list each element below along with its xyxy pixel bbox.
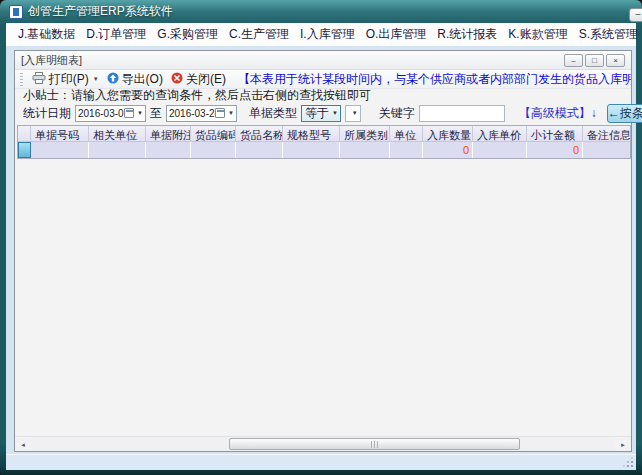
table-header-row: 单据号码 相关单位 单据附注 货品编码 货品名称 规格型号 所属类别 单位 入库… bbox=[18, 126, 630, 142]
keyword-label: 关键字 bbox=[379, 105, 415, 122]
header-related-unit[interactable]: 相关单位 bbox=[89, 126, 146, 141]
filter-bar: 统计日期 ▼ 至 ▼ 单据类型 等于 ▼ bbox=[15, 102, 631, 124]
close-view-button[interactable]: 关闭(E) bbox=[167, 71, 230, 88]
export-icon bbox=[107, 72, 119, 87]
header-doc-note[interactable]: 单据附注 bbox=[146, 126, 191, 141]
menu-item-system[interactable]: S.系统管理 bbox=[579, 26, 638, 43]
search-button[interactable]: ←按条件查找(S) bbox=[607, 104, 642, 123]
header-item-code[interactable]: 货品编码 bbox=[191, 126, 236, 141]
dropdown-arrow-icon: ▼ bbox=[332, 110, 338, 116]
cell-unit bbox=[390, 142, 423, 158]
doc-type-operator-value: 等于 bbox=[305, 105, 329, 122]
minimize-button[interactable]: – bbox=[629, 8, 642, 22]
cell-item-code bbox=[191, 142, 236, 158]
menu-item-outbound[interactable]: O.出库管理 bbox=[366, 26, 427, 43]
header-selector bbox=[18, 126, 31, 141]
doc-type-value-select[interactable]: ▼ bbox=[345, 105, 361, 122]
toolbar: 打印(P) ▼ 导出(O) 关闭(E) 【本表用于统计某段时间内，与某个供应商或… bbox=[15, 70, 631, 89]
table-description: 【本表用于统计某段时间内，与某个供应商或者内部部门发生的货品入库明细数据】 bbox=[238, 71, 631, 88]
menu-item-orders[interactable]: D.订单管理 bbox=[86, 26, 146, 43]
dropdown-arrow-icon[interactable]: ▼ bbox=[228, 110, 234, 116]
menu-item-production[interactable]: C.生产管理 bbox=[229, 26, 289, 43]
cell-remark bbox=[583, 142, 630, 158]
menu-item-basic-data[interactable]: J.基础数据 bbox=[18, 26, 75, 43]
calendar-icon[interactable] bbox=[124, 108, 134, 118]
menu-bar: J.基础数据 D.订单管理 G.采购管理 C.生产管理 I.入库管理 O.出库管… bbox=[6, 23, 636, 46]
export-label: 导出(O) bbox=[122, 71, 163, 88]
keyword-input[interactable] bbox=[419, 105, 505, 122]
cell-inbound-qty: 0 bbox=[423, 142, 473, 158]
down-arrow-icon: ↓ bbox=[591, 106, 597, 120]
print-label: 打印(P) bbox=[49, 71, 89, 88]
child-window-title: [入库明细表] bbox=[21, 53, 564, 68]
advanced-mode-label: 【高级模式】 bbox=[519, 106, 591, 120]
header-inbound-qty[interactable]: 入库数量 bbox=[423, 126, 473, 141]
close-icon bbox=[171, 72, 183, 87]
dropdown-arrow-icon[interactable]: ▼ bbox=[137, 110, 143, 116]
cell-doc-number bbox=[31, 142, 89, 158]
printer-icon bbox=[32, 72, 46, 87]
header-category[interactable]: 所属类别 bbox=[340, 126, 390, 141]
menu-item-purchasing[interactable]: G.采购管理 bbox=[157, 26, 218, 43]
child-window: [入库明细表] – □ × 打印(P) ▼ 导出(O) bbox=[14, 50, 632, 452]
row-selector-cell[interactable] bbox=[18, 142, 31, 158]
header-doc-number[interactable]: 单据号码 bbox=[31, 126, 89, 141]
header-unit[interactable]: 单位 bbox=[390, 126, 423, 141]
menu-item-reports[interactable]: R.统计报表 bbox=[437, 26, 497, 43]
cell-inbound-price bbox=[473, 142, 527, 158]
header-remark[interactable]: 备注信息 bbox=[583, 126, 630, 141]
child-maximize-button[interactable]: □ bbox=[585, 54, 604, 67]
cell-subtotal: 0 bbox=[527, 142, 583, 158]
window-title: 创管生产管理ERP系统软件 bbox=[28, 3, 173, 20]
minimize-icon: – bbox=[571, 56, 575, 65]
to-label: 至 bbox=[150, 105, 162, 122]
status-bar bbox=[6, 454, 636, 470]
scroll-right-button[interactable]: ► bbox=[615, 437, 631, 452]
scroll-left-button[interactable]: ◄ bbox=[15, 437, 31, 452]
cell-doc-note bbox=[146, 142, 191, 158]
header-inbound-price[interactable]: 入库单价 bbox=[473, 126, 527, 141]
export-button[interactable]: 导出(O) bbox=[103, 71, 167, 88]
advanced-mode-link[interactable]: 【高级模式】↓ bbox=[519, 105, 597, 122]
dropdown-arrow-icon: ▼ bbox=[352, 110, 358, 116]
table-row[interactable]: 0 0 bbox=[18, 142, 630, 158]
app-icon bbox=[9, 5, 23, 19]
cell-spec-model bbox=[283, 142, 340, 158]
cell-related-unit bbox=[89, 142, 146, 158]
date-range-label: 统计日期 bbox=[23, 105, 71, 122]
menu-item-accounts[interactable]: K.账款管理 bbox=[508, 26, 567, 43]
close-icon: × bbox=[613, 56, 618, 65]
print-button[interactable]: 打印(P) ▼ bbox=[28, 71, 103, 88]
toolbar-grip-icon bbox=[20, 73, 23, 86]
maximize-icon: □ bbox=[592, 56, 597, 65]
left-arrow-icon: ◄ bbox=[20, 442, 26, 448]
print-dropdown-arrow-icon[interactable]: ▼ bbox=[93, 76, 99, 82]
doc-type-label: 单据类型 bbox=[249, 105, 297, 122]
scrollbar-track[interactable] bbox=[31, 437, 615, 451]
scrollbar-thumb[interactable] bbox=[229, 438, 520, 450]
menu-item-inbound[interactable]: I.入库管理 bbox=[300, 26, 355, 43]
close-label: 关闭(E) bbox=[186, 71, 226, 88]
header-spec-model[interactable]: 规格型号 bbox=[283, 126, 340, 141]
titlebar[interactable]: 创管生产管理ERP系统软件 – bbox=[0, 0, 642, 23]
cell-category bbox=[340, 142, 390, 158]
child-titlebar[interactable]: [入库明细表] – □ × bbox=[15, 51, 631, 70]
app-window: 创管生产管理ERP系统软件 – J.基础数据 D.订单管理 G.采购管理 C.生… bbox=[0, 0, 642, 475]
doc-type-operator-select[interactable]: 等于 ▼ bbox=[301, 105, 341, 122]
results-table: 单据号码 相关单位 单据附注 货品编码 货品名称 规格型号 所属类别 单位 入库… bbox=[17, 125, 631, 159]
calendar-icon[interactable] bbox=[215, 108, 225, 118]
resize-grip[interactable] bbox=[623, 457, 634, 468]
date-to-input[interactable] bbox=[167, 108, 215, 119]
date-to-picker[interactable]: ▼ bbox=[166, 105, 237, 122]
scrollbar-grip-icon bbox=[371, 441, 379, 448]
date-from-picker[interactable]: ▼ bbox=[75, 105, 146, 122]
child-minimize-button[interactable]: – bbox=[564, 54, 583, 67]
mdi-area: [入库明细表] – □ × 打印(P) ▼ 导出(O) bbox=[6, 46, 636, 454]
horizontal-scrollbar[interactable]: ◄ ► bbox=[15, 436, 631, 451]
minimize-icon: – bbox=[635, 9, 640, 19]
child-close-button[interactable]: × bbox=[606, 54, 625, 67]
cell-item-name bbox=[236, 142, 283, 158]
header-item-name[interactable]: 货品名称 bbox=[236, 126, 283, 141]
date-from-input[interactable] bbox=[76, 108, 124, 119]
header-subtotal[interactable]: 小计金额 bbox=[527, 126, 583, 141]
